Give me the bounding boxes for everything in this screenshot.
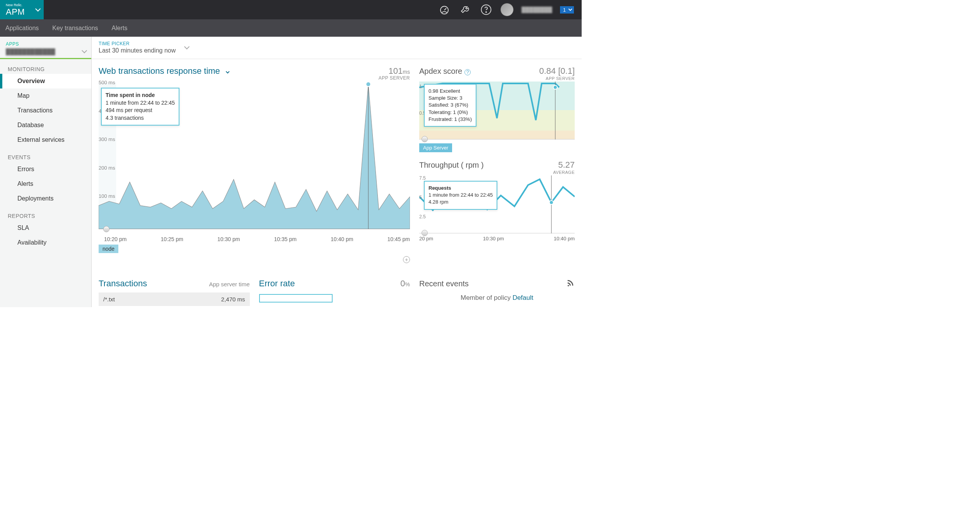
web-response-title[interactable]: Web transactions response time	[99, 66, 220, 76]
chevron-down-icon	[35, 6, 39, 13]
web-response-tooltip: Time spent in node 1 minute from 22:44 t…	[101, 88, 179, 126]
sidebar-item-deployments[interactable]: Deployments	[0, 191, 91, 206]
top-tabs: Applications Key transactions Alerts	[0, 19, 582, 37]
error-rate-title: Error rate	[259, 279, 295, 289]
chart-scrubber-icon[interactable]	[422, 136, 428, 142]
transactions-title[interactable]: Transactions	[99, 279, 147, 289]
web-response-sub: APP SERVER	[99, 75, 410, 81]
sidebar-item-map[interactable]: Map	[0, 88, 91, 103]
sidebar-section-events: EVENTS	[0, 147, 91, 162]
notification-count: 1	[563, 7, 566, 13]
sidebar-item-errors[interactable]: Errors	[0, 162, 91, 177]
recent-events-title: Recent events	[419, 279, 469, 288]
main: TIME PICKER Last 30 minutes ending now W…	[92, 37, 582, 307]
time-picker-value: Last 30 minutes ending now	[99, 47, 176, 54]
apdex-metric: 0.84 [0.1]	[539, 66, 575, 76]
legend-node[interactable]: node	[99, 245, 118, 253]
rss-icon[interactable]	[566, 279, 575, 289]
sidebar-item-availability[interactable]: Availability	[0, 235, 91, 250]
transaction-row[interactable]: /*.txt 2,470 ms	[99, 292, 250, 306]
sidebar-section-monitoring: MONITORING	[0, 59, 91, 74]
web-response-chart[interactable]: 500 ms 400 ms 300 ms 200 ms 100 ms	[99, 82, 410, 233]
throughput-sub: AVERAGE	[419, 170, 575, 175]
apdex-tooltip: 0.98 Excellent Sample Size: 3 Satisfied:…	[424, 84, 476, 127]
sidebar-section-reports: REPORTS	[0, 206, 91, 221]
throughput-metric: 5.27	[558, 160, 575, 170]
x-axis-labels: 10:20 pm 10:25 pm 10:30 pm 10:35 pm 10:4…	[99, 233, 410, 242]
help-icon[interactable]	[480, 3, 493, 16]
svg-point-8	[553, 85, 557, 89]
tab-key-transactions[interactable]: Key transactions	[52, 25, 98, 32]
apps-picker-label: APPS	[6, 41, 55, 47]
tab-applications[interactable]: Applications	[5, 25, 39, 32]
apdex-pill[interactable]: App Server	[419, 143, 452, 152]
chevron-down-icon[interactable]	[225, 69, 228, 75]
time-picker-label: TIME PICKER	[99, 41, 176, 46]
policy-link[interactable]: Default	[512, 294, 533, 301]
sidebar-item-alerts[interactable]: Alerts	[0, 177, 91, 191]
account-name[interactable]: ████████	[521, 7, 552, 13]
transaction-value: 2,470 ms	[221, 296, 245, 303]
chevron-down-icon	[82, 48, 85, 55]
svg-point-2	[486, 12, 487, 12]
wrench-icon[interactable]	[459, 3, 472, 16]
sidebar-item-transactions[interactable]: Transactions	[0, 103, 91, 118]
throughput-title: Throughput ( rpm )	[419, 161, 484, 170]
apdex-sub: APP SERVER	[419, 76, 575, 81]
throughput-chart[interactable]: 7.5 5 2.5 Requests 1 minute from 22:44 t…	[419, 175, 575, 233]
svg-point-6	[366, 82, 370, 87]
chart-scrubber-icon[interactable]	[422, 230, 428, 236]
avatar[interactable]	[500, 3, 514, 16]
add-chart-icon[interactable]: +	[403, 256, 410, 263]
sidebar: APPS ████████████ MONITORING Overview Ma…	[0, 37, 92, 307]
chart-scrubber-icon[interactable]	[103, 226, 109, 232]
sidebar-item-sla[interactable]: SLA	[0, 221, 91, 235]
apdex-title: Apdex score	[419, 67, 462, 76]
sidebar-item-external-services[interactable]: External services	[0, 133, 91, 147]
gauge-icon[interactable]	[438, 3, 451, 16]
apps-picker[interactable]: APPS ████████████	[0, 37, 91, 59]
apps-picker-value: ████████████	[6, 48, 55, 55]
transactions-col-label: App server time	[209, 281, 249, 287]
transaction-name: /*.txt	[103, 296, 115, 303]
sidebar-item-database[interactable]: Database	[0, 118, 91, 133]
throughput-tooltip: Requests 1 minute from 22:44 to 22:45 4.…	[424, 181, 497, 210]
notification-badge[interactable]: 1	[560, 6, 574, 14]
web-response-metric: 101ms	[389, 66, 410, 76]
chevron-down-icon	[184, 44, 188, 51]
topbar-right: ████████ 1	[438, 0, 582, 19]
throughput-x-labels: 20 pm 10:30 pm 10:40 pm	[419, 236, 575, 241]
svg-point-10	[550, 201, 553, 204]
help-icon[interactable]: ?	[464, 69, 471, 75]
chevron-down-icon	[569, 7, 572, 11]
error-rate-metric: 0%	[400, 279, 410, 289]
brand-menu[interactable]: New Relic. APM	[0, 0, 44, 19]
topbar: New Relic. APM ████████ 1	[0, 0, 582, 19]
tab-alerts[interactable]: Alerts	[112, 25, 128, 32]
error-rate-tooltip	[259, 294, 333, 303]
policy-membership: Member of policy Default	[419, 294, 575, 302]
apdex-chart[interactable]: 1 0.5 0.98 Excellent Sample Size: 3 Sati…	[419, 82, 575, 139]
sidebar-item-overview[interactable]: Overview	[0, 74, 91, 88]
time-picker[interactable]: TIME PICKER Last 30 minutes ending now	[92, 37, 582, 59]
